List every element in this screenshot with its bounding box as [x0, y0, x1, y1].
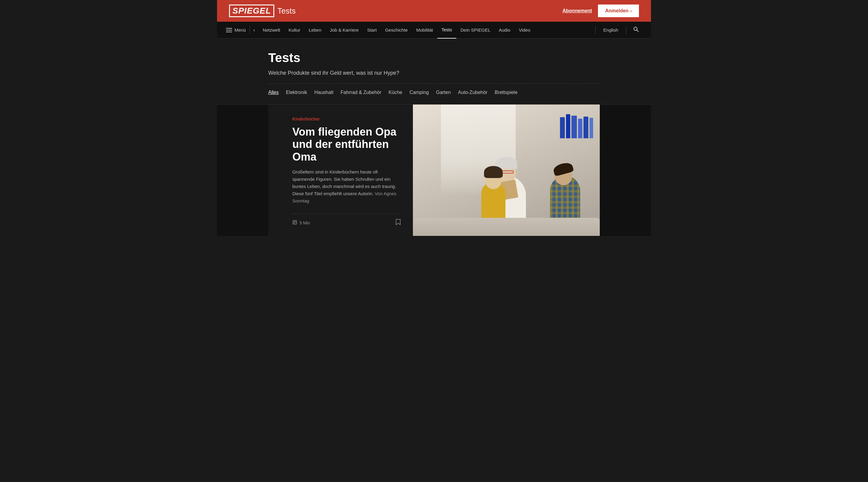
article-text-panel: Kinderbücher Vom fliegenden Opa und der … [268, 104, 413, 236]
abonnement-link[interactable]: Abonnement [562, 8, 592, 13]
article-image [413, 104, 600, 236]
photo-simulation [413, 104, 600, 236]
article-time: 5 Min [292, 220, 310, 226]
nav-item-netzwelt[interactable]: Netzwelt [258, 22, 284, 38]
filter-haushalt[interactable]: Haushalt [314, 90, 333, 95]
nav-item-leben[interactable]: Leben [305, 22, 326, 38]
filter-camping[interactable]: Camping [410, 90, 429, 95]
search-icon[interactable] [630, 26, 642, 34]
bookmark-icon[interactable] [396, 219, 401, 227]
article-title: Vom fliegenden Opa und der entführten Om… [292, 126, 401, 163]
nav-items: Netzwelt Kultur Leben Job & Karriere Sta… [258, 22, 592, 38]
svg-line-1 [637, 30, 639, 32]
section-label: Tests [277, 6, 296, 16]
menu-label[interactable]: Menü [235, 27, 246, 33]
filter-alles[interactable]: Alles [268, 90, 279, 95]
logo-area[interactable]: SPIEGEL Tests [229, 4, 296, 17]
main-content: Kinderbücher Vom fliegenden Opa und der … [217, 104, 651, 236]
page-title: Tests [268, 51, 600, 65]
anmelden-arrow: › [630, 8, 632, 13]
article-excerpt: Großeltern sind in Kinderbüchern heute o… [292, 168, 401, 204]
top-bar: SPIEGEL Tests Abonnement Anmelden › [217, 0, 651, 22]
filter-divider [268, 84, 600, 84]
nav-item-mobilitaet[interactable]: Mobilität [412, 22, 437, 38]
filter-tags: Alles Elektronik Haushalt Fahrrad & Zube… [268, 90, 600, 95]
page-subtitle: Welche Produkte sind ihr Geld wert, was … [268, 70, 600, 76]
filter-kueche[interactable]: Küche [389, 90, 402, 95]
nav-back-button[interactable]: ‹ [253, 27, 255, 33]
spiegel-logo: SPIEGEL [229, 4, 274, 17]
filter-auto-zubehoer[interactable]: Auto-Zubehör [458, 90, 488, 95]
nav-item-tests[interactable]: Tests [437, 22, 456, 38]
nav-item-video[interactable]: Video [515, 22, 534, 38]
nav-item-job-karriere[interactable]: Job & Karriere [326, 22, 363, 38]
anmelden-button[interactable]: Anmelden › [598, 4, 639, 17]
hamburger-menu-icon[interactable] [226, 28, 232, 32]
nav-bar: Menü ‹ Netzwelt Kultur Leben Job & Karri… [217, 22, 651, 38]
article-footer: 5 Min [292, 214, 401, 227]
nav-item-start[interactable]: Start [363, 22, 381, 38]
filter-fahrrad[interactable]: Fahrrad & Zubehör [341, 90, 381, 95]
top-bar-actions: Abonnement Anmelden › [562, 4, 639, 17]
nav-divider-3 [626, 26, 626, 34]
filter-elektronik[interactable]: Elektronik [286, 90, 307, 95]
article-category: Kinderbücher [292, 117, 401, 121]
nav-item-english[interactable]: English [599, 27, 622, 33]
nav-item-geschichte[interactable]: Geschichte [381, 22, 412, 38]
reading-time-icon [292, 220, 297, 226]
page-header: Tests Welche Produkte sind ihr Geld wert… [217, 38, 651, 104]
reading-time-label: 5 Min [300, 221, 310, 225]
filter-brettspiele[interactable]: Brettspiele [495, 90, 518, 95]
nav-item-dein-spiegel[interactable]: Dein SPIEGEL [456, 22, 495, 38]
nav-item-kultur[interactable]: Kultur [284, 22, 304, 38]
filter-garten[interactable]: Garten [436, 90, 451, 95]
article-card[interactable]: Kinderbücher Vom fliegenden Opa und der … [268, 104, 600, 236]
nav-item-audio[interactable]: Audio [495, 22, 515, 38]
